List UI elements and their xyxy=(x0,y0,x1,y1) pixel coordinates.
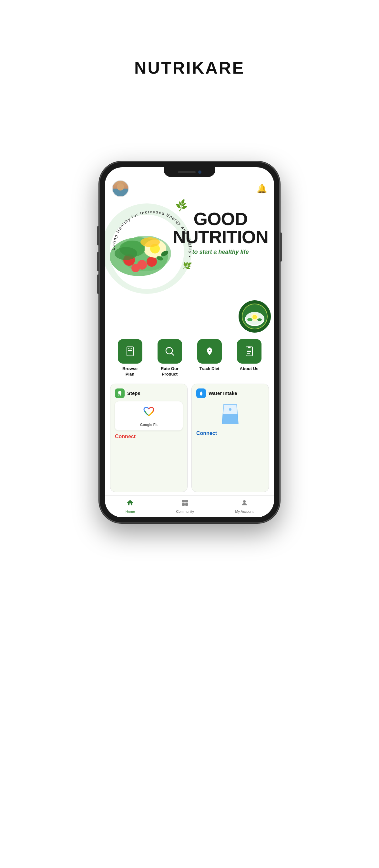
nav-account-label: My Account xyxy=(235,509,253,514)
browse-plan-label: BrowsePlan xyxy=(122,366,137,377)
svg-rect-42 xyxy=(182,503,185,506)
browse-plan-icon xyxy=(118,339,143,364)
phone-notch xyxy=(164,167,215,177)
notification-bell-icon[interactable]: 🔔 xyxy=(257,184,267,194)
action-rate-product[interactable]: Rate OurProduct xyxy=(158,339,182,377)
phone-screen: 🔔 xyxy=(105,167,274,517)
phone-frame: 🔔 xyxy=(99,161,280,523)
nav-home-label: Home xyxy=(126,509,135,514)
svg-point-22 xyxy=(257,318,262,321)
water-card-header: Water Intake xyxy=(196,389,264,398)
rate-product-icon xyxy=(158,339,182,364)
water-card-icon xyxy=(196,389,206,398)
action-browse-plan[interactable]: BrowsePlan xyxy=(118,339,143,377)
google-fit-label: Google Fit xyxy=(140,423,158,427)
speaker xyxy=(178,171,196,173)
steps-card-title: Steps xyxy=(127,391,140,396)
svg-point-44 xyxy=(243,500,246,503)
cards-row: Steps xyxy=(105,380,274,495)
svg-point-39 xyxy=(229,408,231,411)
water-card-title: Water Intake xyxy=(209,391,237,396)
water-card: Water Intake xyxy=(191,383,269,492)
hero-subtitle: to start a healthy life xyxy=(173,248,268,256)
hero-section: Eating Healthy for Increased Energy and … xyxy=(105,197,274,336)
svg-line-31 xyxy=(171,353,174,355)
hero-text-block: GOOD NUTRITION to start a healthy life xyxy=(173,210,268,256)
avatar[interactable] xyxy=(112,180,129,197)
track-diet-label: Track Diet xyxy=(199,366,219,372)
nav-home[interactable]: Home xyxy=(126,499,135,514)
hero-good: GOOD xyxy=(173,210,268,228)
steps-card-header: Steps xyxy=(115,389,183,398)
steps-connect-button[interactable]: Connect xyxy=(115,434,183,439)
quick-actions: BrowsePlan Rate OurProduct xyxy=(105,336,274,380)
svg-point-20 xyxy=(252,315,257,319)
avatar-image xyxy=(113,181,128,196)
hero-nutrition: NUTRITION xyxy=(173,228,268,246)
svg-rect-43 xyxy=(185,503,188,506)
nav-account[interactable]: My Account xyxy=(235,499,253,514)
front-camera xyxy=(198,170,201,174)
svg-point-21 xyxy=(247,318,252,321)
screen-content: 🔔 xyxy=(105,167,274,517)
svg-rect-40 xyxy=(182,500,185,502)
home-icon xyxy=(126,499,134,508)
svg-rect-34 xyxy=(248,346,251,348)
app-title: NUTRIKARE xyxy=(134,58,245,78)
about-us-label: About Us xyxy=(240,366,259,372)
steps-card: Steps xyxy=(110,383,188,492)
nav-community-label: Community xyxy=(176,509,194,514)
bowl-inner xyxy=(242,304,267,330)
svg-rect-41 xyxy=(185,500,188,502)
track-diet-icon xyxy=(197,339,222,364)
water-connect-button[interactable]: Connect xyxy=(196,430,264,436)
google-fit-box[interactable]: Google Fit xyxy=(115,401,183,430)
action-about-us[interactable]: About Us xyxy=(237,339,261,377)
bowl-accent xyxy=(239,300,271,333)
rate-product-label: Rate OurProduct xyxy=(161,366,179,377)
action-track-diet[interactable]: Track Diet xyxy=(197,339,222,377)
google-fit-heart-icon xyxy=(143,405,155,421)
about-us-icon xyxy=(237,339,261,364)
account-icon xyxy=(241,499,248,508)
app-header: 🔔 xyxy=(105,177,274,197)
community-icon xyxy=(181,499,189,508)
water-visual xyxy=(196,401,264,427)
nav-community[interactable]: Community xyxy=(176,499,194,514)
steps-card-icon xyxy=(115,389,125,398)
bottom-nav: Home Community xyxy=(105,495,274,517)
